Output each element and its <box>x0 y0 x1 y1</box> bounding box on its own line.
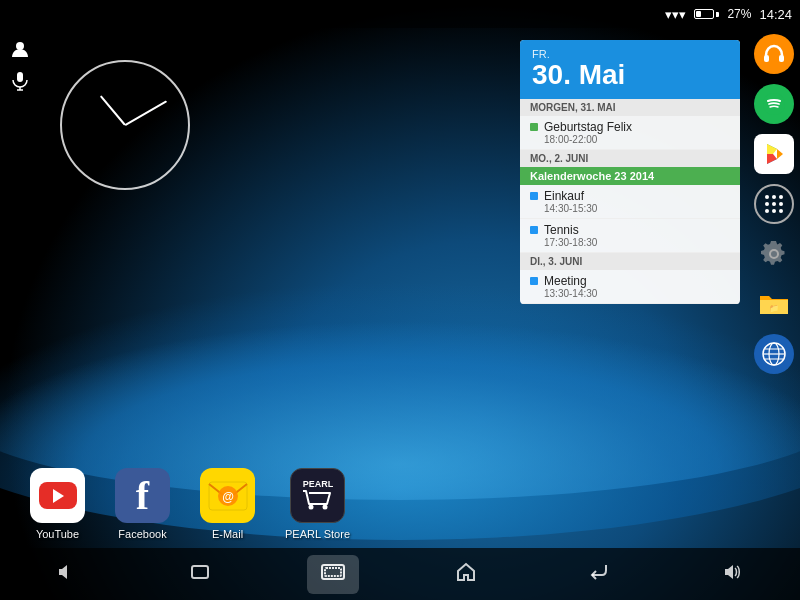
app-pearl-store[interactable]: PEARL PEARL Store <box>285 468 350 540</box>
app-youtube[interactable]: YouTube <box>30 468 85 540</box>
svg-rect-12 <box>779 55 784 62</box>
microphone-icon[interactable] <box>6 67 34 95</box>
play-store-app-icon[interactable] <box>750 130 798 178</box>
svg-point-10 <box>322 504 327 509</box>
svg-point-19 <box>765 202 769 206</box>
event-dot <box>530 123 538 131</box>
wifi-icon: ▾▾▾ <box>665 7 686 22</box>
youtube-icon <box>30 468 85 523</box>
back-nav-button[interactable] <box>173 553 227 596</box>
app-email[interactable]: @ E-Mail <box>200 468 255 540</box>
calendar-section-tomorrow: MORGEN, 31. MAI <box>520 99 740 116</box>
event-time-meeting: 13:30-14:30 <box>544 288 597 299</box>
svg-rect-33 <box>325 568 341 576</box>
globe-app-icon[interactable] <box>750 330 798 378</box>
clock-hour-hand <box>100 95 126 125</box>
svg-point-23 <box>772 209 776 213</box>
recents-button[interactable] <box>572 553 626 596</box>
svg-point-0 <box>16 42 24 50</box>
apps-row: YouTube f Facebook @ E-Mail PEARL <box>30 468 350 540</box>
youtube-label: YouTube <box>36 528 79 540</box>
clock-widget <box>60 60 200 200</box>
google-account-icon[interactable] <box>6 35 34 63</box>
svg-rect-1 <box>17 72 23 82</box>
status-bar: ▾▾▾ 27% 14:24 <box>0 0 800 28</box>
apps-grid-app-icon[interactable] <box>750 180 798 228</box>
event-dot <box>530 192 538 200</box>
event-dot <box>530 226 538 234</box>
svg-point-22 <box>765 209 769 213</box>
svg-point-18 <box>779 195 783 199</box>
event-title-geburtstag: Geburtstag Felix <box>544 120 632 134</box>
left-sidebar <box>6 35 34 95</box>
volume-down-button[interactable] <box>40 553 94 596</box>
calendar-widget[interactable]: FR. 30. Mai MORGEN, 31. MAI Geburtstag F… <box>520 40 740 304</box>
svg-rect-31 <box>192 566 208 578</box>
clock-time: 14:24 <box>759 7 792 22</box>
svg-point-9 <box>308 504 313 509</box>
settings-app-icon[interactable] <box>750 230 798 278</box>
right-sidebar: 📁 <box>748 30 800 378</box>
status-right: ▾▾▾ 27% 14:24 <box>665 7 792 22</box>
screenshot-button[interactable] <box>307 555 359 594</box>
svg-point-16 <box>765 195 769 199</box>
email-icon: @ <box>200 468 255 523</box>
battery-percent: 27% <box>727 7 751 21</box>
svg-point-13 <box>763 93 785 115</box>
calendar-header-day: FR. <box>532 48 728 60</box>
event-title-meeting: Meeting <box>544 274 597 288</box>
svg-text:@: @ <box>222 490 234 504</box>
pearl-store-label: PEARL Store <box>285 528 350 540</box>
calendar-header-date: 30. Mai <box>532 60 728 91</box>
calendar-event-tennis[interactable]: Tennis 17:30-18:30 <box>520 219 740 253</box>
event-title-einkauf: Einkauf <box>544 189 597 203</box>
event-title-tennis: Tennis <box>544 223 597 237</box>
app-facebook[interactable]: f Facebook <box>115 468 170 540</box>
svg-point-24 <box>779 209 783 213</box>
clock-minute-hand <box>125 100 167 125</box>
battery-indicator <box>694 9 719 19</box>
spotify-app-icon[interactable] <box>750 80 798 128</box>
svg-rect-11 <box>764 55 769 62</box>
home-button[interactable] <box>439 553 493 596</box>
calendar-event-geburtstag[interactable]: Geburtstag Felix 18:00-22:00 <box>520 116 740 150</box>
event-dot <box>530 277 538 285</box>
calendar-header: FR. 30. Mai <box>520 40 740 99</box>
svg-text:📁: 📁 <box>769 303 779 313</box>
volume-up-button[interactable] <box>706 553 760 596</box>
event-time-geburtstag: 18:00-22:00 <box>544 134 632 145</box>
event-time-tennis: 17:30-18:30 <box>544 237 597 248</box>
headphones-app-icon[interactable] <box>750 30 798 78</box>
event-time-einkauf: 14:30-15:30 <box>544 203 597 214</box>
clock-face <box>60 60 190 190</box>
svg-point-17 <box>772 195 776 199</box>
calendar-event-einkauf[interactable]: Einkauf 14:30-15:30 <box>520 185 740 219</box>
svg-point-20 <box>772 202 776 206</box>
svg-text:PEARL: PEARL <box>302 479 333 489</box>
facebook-label: Facebook <box>118 528 166 540</box>
svg-point-21 <box>779 202 783 206</box>
facebook-icon: f <box>115 468 170 523</box>
calendar-section-tuesday: DI., 3. JUNI <box>520 253 740 270</box>
pearl-store-icon: PEARL <box>290 468 345 523</box>
nav-bar <box>0 548 800 600</box>
calendar-week-badge: Kalenderwoche 23 2014 <box>520 167 740 185</box>
folder-app-icon[interactable]: 📁 <box>750 280 798 328</box>
calendar-event-meeting[interactable]: Meeting 13:30-14:30 <box>520 270 740 304</box>
calendar-section-monday: MO., 2. JUNI <box>520 150 740 167</box>
email-label: E-Mail <box>212 528 243 540</box>
